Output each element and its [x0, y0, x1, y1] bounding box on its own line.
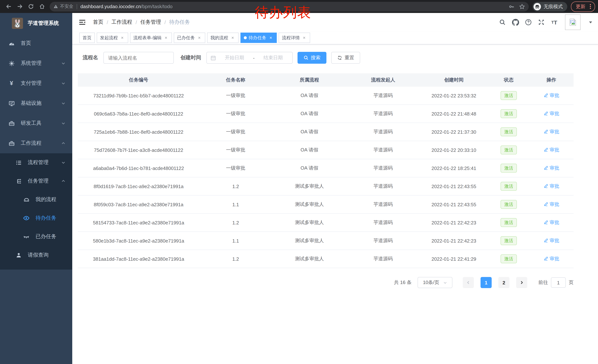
sidebar-item-todo[interactable]: 待办任务 [0, 209, 72, 227]
reset-button[interactable]: 重置 [331, 52, 360, 64]
end-date-placeholder[interactable]: 结束日期 [257, 54, 289, 61]
approve-link[interactable]: 审批 [543, 201, 559, 208]
sidebar-item-dev[interactable]: 研发工具 [0, 113, 72, 133]
cell-task-name: 1.2 [199, 177, 272, 195]
cell-process: 测试多审批人 [272, 250, 347, 268]
sidebar-item-process-mgmt[interactable]: 流程管理 [0, 153, 72, 172]
font-size-icon[interactable]: TT [551, 18, 558, 26]
search-icon[interactable] [499, 18, 506, 26]
sidebar-item-leave[interactable]: 请假查询 [0, 246, 72, 264]
col-task-name: 任务名称 [199, 73, 272, 87]
tab-my-process[interactable]: 我的流程× [207, 32, 239, 43]
search-button[interactable]: 搜索 [298, 52, 326, 64]
toolbox-icon [8, 140, 15, 147]
avatar[interactable] [565, 15, 581, 30]
sidebar-item-workflow[interactable]: 工作流程 [0, 133, 72, 153]
approve-link[interactable]: 审批 [543, 165, 559, 171]
next-page-button[interactable] [516, 277, 527, 288]
tab-done-tasks[interactable]: 已办任务× [174, 32, 205, 43]
home-icon[interactable] [36, 1, 47, 12]
close-icon[interactable]: × [163, 35, 169, 40]
process-name-label: 流程名 [83, 54, 98, 61]
prev-page-button[interactable] [463, 277, 474, 288]
sidebar-item-done[interactable]: 已办任务 [0, 227, 72, 246]
close-icon[interactable]: × [230, 35, 235, 40]
sidebar-item-home[interactable]: 首页 [0, 33, 72, 53]
cell-task-name: 1.1 [199, 232, 272, 250]
page-2-button[interactable]: 2 [498, 277, 509, 288]
cell-starter: 芋道源码 [347, 141, 419, 159]
gear-icon [8, 60, 15, 67]
sidebar-item-my-process[interactable]: 我的流程 [0, 190, 72, 209]
page-unit-label: 页 [569, 279, 573, 286]
refresh-icon [337, 55, 342, 60]
chevron-down-icon [61, 160, 66, 165]
cell-starter: 芋道源码 [347, 177, 419, 195]
browser-menu-icon[interactable] [588, 4, 592, 9]
table-row: 75d72608-7b7f-11ec-a3c8-acde48001122 一级审… [78, 141, 573, 159]
close-icon[interactable]: × [268, 35, 274, 40]
approve-link[interactable]: 审批 [543, 219, 559, 226]
forward-icon[interactable] [14, 1, 25, 12]
cell-task-id: 381aa1dd-7ac8-11ec-a9e2-a2380e71991a [78, 250, 199, 268]
close-icon[interactable]: × [120, 35, 125, 40]
status-badge: 激活 [500, 182, 517, 191]
approve-link[interactable]: 审批 [543, 129, 559, 135]
tab-start-process[interactable]: 发起流程× [97, 32, 128, 43]
cell-process: 测试多审批人 [272, 213, 347, 232]
collapse-sidebar-icon[interactable] [77, 17, 87, 27]
tab-home[interactable]: 首页 [79, 32, 95, 43]
cell-status: 激活 [488, 232, 529, 250]
reload-icon[interactable] [25, 1, 36, 12]
approve-link[interactable]: 审批 [543, 92, 559, 99]
cell-create-time: 2022-01-22 18:25:41 [419, 159, 488, 177]
start-date-placeholder[interactable]: 开始日期 [219, 54, 250, 61]
chevron-down-icon [61, 121, 66, 126]
avatar-caret-icon[interactable] [588, 20, 593, 24]
approve-link[interactable]: 审批 [543, 147, 559, 153]
back-icon[interactable] [3, 1, 14, 12]
help-icon[interactable] [525, 18, 532, 26]
cell-starter: 芋道源码 [347, 87, 419, 105]
github-icon[interactable] [512, 18, 519, 26]
security-status[interactable]: 不安全 [53, 3, 73, 10]
approve-link[interactable]: 审批 [543, 237, 559, 244]
status-badge: 激活 [500, 109, 517, 118]
breadcrumb-workflow[interactable]: 工作流程 [112, 19, 132, 25]
tab-process-detail[interactable]: 流程详情× [279, 32, 310, 43]
process-name-input[interactable] [104, 55, 173, 61]
chevron-up-icon [61, 141, 66, 146]
sidebar-item-infra[interactable]: 基础设施 [0, 93, 72, 113]
bookmark-star-icon[interactable] [519, 4, 525, 9]
cell-create-time: 2022-01-21 22:42:23 [419, 213, 488, 232]
dashboard-icon [8, 40, 15, 47]
breadcrumb-task-mgmt[interactable]: 任务管理 [141, 19, 161, 25]
close-icon[interactable]: × [197, 35, 202, 40]
tab-todo-tasks[interactable]: 待办任务× [241, 32, 277, 43]
cell-task-id: 73211d9d-7b9b-11ec-b5b7-acde48001122 [78, 87, 199, 105]
goto-page-input[interactable] [551, 277, 566, 288]
key-icon[interactable] [509, 4, 515, 9]
tab-form-edit[interactable]: 流程表单-编辑× [130, 32, 172, 43]
approve-link[interactable]: 审批 [543, 110, 559, 117]
pagination: 共 16 条 10条/页 1 2 前往 页 [78, 277, 573, 288]
fullscreen-icon[interactable] [538, 18, 545, 26]
cell-status: 激活 [488, 159, 529, 177]
sidebar-item-pay[interactable]: ¥ 支付管理 [0, 73, 72, 93]
sidebar-item-system[interactable]: 系统管理 [0, 53, 72, 73]
approve-link[interactable]: 审批 [543, 256, 559, 262]
page-1-button[interactable]: 1 [481, 277, 492, 288]
approve-link[interactable]: 审批 [543, 183, 559, 190]
close-icon[interactable]: × [302, 35, 307, 40]
chevron-right-icon [519, 280, 524, 285]
breadcrumb-home[interactable]: 首页 [93, 19, 103, 25]
cell-starter: 芋道源码 [347, 213, 419, 232]
chevron-down-icon [61, 81, 66, 86]
page-size-select[interactable]: 10条/页 [418, 277, 452, 288]
app-logo-row[interactable]: 🐰 芋道管理系统 [0, 13, 72, 33]
date-range-picker[interactable]: 开始日期 - 结束日期 [206, 52, 293, 64]
chevron-left-icon [466, 280, 471, 285]
browser-update-button[interactable]: 更新 [571, 1, 595, 12]
cell-create-time: 2022-01-21 22:42:23 [419, 232, 488, 250]
sidebar-item-task-mgmt[interactable]: 任务管理 [0, 172, 72, 190]
